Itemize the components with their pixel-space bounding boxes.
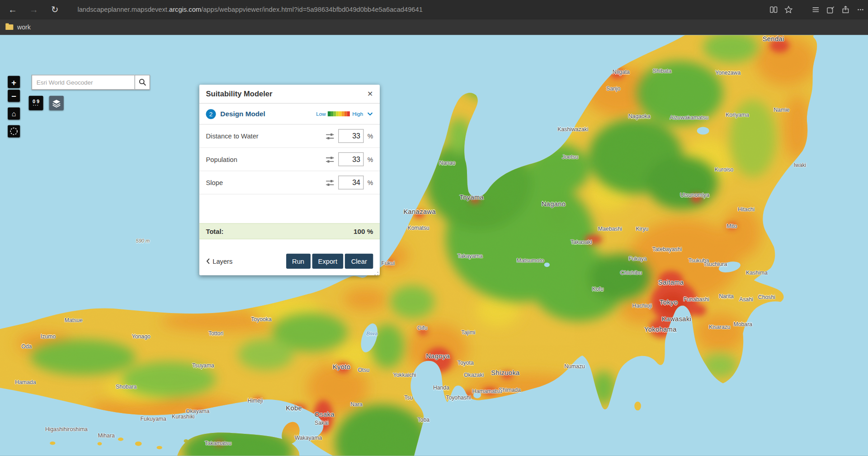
sliders-icon[interactable] [326,178,335,187]
share-icon[interactable] [838,0,853,19]
annotate-icon[interactable] [823,0,838,19]
total-value: 100 % [354,228,373,235]
geocoder-search [32,75,150,90]
url-domain: arcgis.com [169,5,201,13]
weight-input[interactable] [338,129,363,143]
zoom-out-button[interactable]: − [8,90,20,102]
panel-header: Suitability Modeler ✕ [199,85,380,104]
panel-title: Suitability Modeler [206,90,273,98]
weight-label: Slope [206,179,223,186]
legend-color-ramp [328,111,350,116]
browser-chrome: ← → ↻ landscapeplanner.mapsdevext.arcgis… [0,0,868,19]
back-button[interactable]: ← [5,0,21,19]
widget-09-button[interactable]: 0 9 ··· [29,96,43,110]
address-bar[interactable]: landscapeplanner.mapsdevext.arcgis.com/a… [77,0,422,19]
weight-row: Distance to Water % [199,125,380,148]
weight-input[interactable] [338,176,363,190]
suitability-modeler-panel: Suitability Modeler ✕ 2 Design Model Low… [199,85,380,275]
collapse-section-button[interactable] [365,111,373,116]
folder-icon [5,24,13,30]
step-label: Design Model [220,110,265,118]
weight-row: Population % [199,148,380,171]
close-button[interactable]: ✕ [367,90,373,98]
weight-row: Slope % [199,171,380,194]
search-button[interactable] [135,75,150,90]
chevron-down-icon [367,111,373,116]
export-button[interactable]: Export [312,254,343,269]
extent-circle-button[interactable] [8,125,20,138]
percent-unit: % [368,156,373,163]
favorites-bar: work [0,19,868,35]
suitability-legend: Low High [316,111,373,117]
reading-view-icon[interactable] [766,0,781,19]
suitability-raster-map [0,35,868,456]
dashed-circle-icon [9,126,19,136]
back-to-layers-link[interactable]: Layers [206,257,233,265]
resize-handle[interactable] [374,270,379,274]
layers-icon [50,97,62,109]
map-canvas[interactable] [0,35,868,456]
sliders-icon[interactable] [326,132,335,141]
more-options-icon[interactable] [853,0,868,19]
legend-high-label: High [352,111,363,117]
weight-label: Population [206,155,237,163]
chevron-left-icon [206,258,211,264]
favorites-folder-label: work [17,24,31,31]
browser-window: ← → ↻ landscapeplanner.mapsdevext.arcgis… [0,0,868,456]
search-icon [138,78,146,86]
layers-button[interactable] [49,96,64,110]
favorites-star-icon[interactable] [781,0,796,19]
legend-low-label: Low [316,111,326,117]
search-input[interactable] [32,75,135,90]
step-number-badge: 2 [206,109,216,119]
clear-button[interactable]: Clear [345,254,373,269]
favorites-folder-work[interactable]: work [5,22,30,32]
sliders-icon[interactable] [326,155,335,164]
total-row: Total: 100 % [199,223,380,239]
run-button[interactable]: Run [286,254,311,269]
layers-link-label: Layers [212,257,232,265]
forward-button[interactable]: → [25,0,42,19]
url-prefix: landscapeplanner.mapsdevext. [77,5,169,13]
url-path: /apps/webappviewer/index.html?id=5a98634… [201,5,423,13]
percent-unit: % [368,133,373,139]
home-extent-button[interactable]: ⌂ [8,108,20,120]
browser-toolbar-icons [766,0,868,19]
refresh-button[interactable]: ↻ [47,0,63,19]
total-label: Total: [206,228,224,235]
weight-input[interactable] [338,152,363,166]
panel-footer: Layers Run Export Clear [199,254,380,276]
hub-icon[interactable] [808,0,823,19]
step-row: 2 Design Model Low High [199,104,380,125]
widget-09-dots: ··· [33,104,39,107]
weight-label: Distance to Water [206,132,259,140]
percent-unit: % [368,179,373,186]
zoom-in-button[interactable]: + [8,76,20,88]
